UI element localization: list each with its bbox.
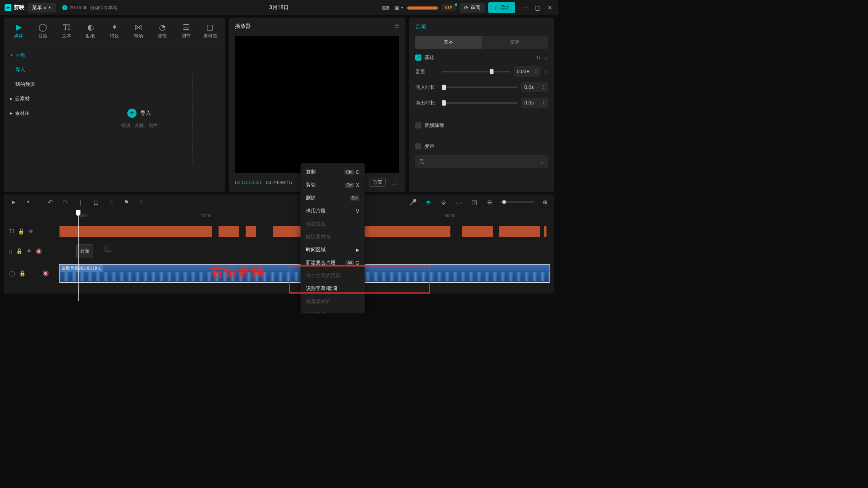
keyboard-icon[interactable]: ⌨ bbox=[380, 3, 391, 12]
close-button[interactable]: ✕ bbox=[546, 4, 553, 11]
player-menu-button[interactable]: ☰ bbox=[395, 23, 399, 30]
voicechange-select[interactable]: 无 ⌄ bbox=[415, 155, 548, 168]
fit-button[interactable]: 适应 bbox=[370, 178, 386, 187]
tab-media[interactable]: ▶媒体 bbox=[7, 21, 31, 41]
mute-icon[interactable]: 🔇 bbox=[42, 270, 49, 276]
delete-button[interactable]: ▯ bbox=[106, 197, 116, 207]
media-tabs: ▶媒体 ◯音频 TI文本 ◐贴纸 ✦特效 ⋈转场 ◔滤镜 ☰调节 ▢素材包 bbox=[4, 18, 225, 45]
eye-icon[interactable]: 👁 bbox=[26, 248, 32, 254]
redo-button[interactable]: ↷ bbox=[61, 197, 70, 207]
video-placeholder[interactable]: ▢ bbox=[104, 244, 112, 252]
magnet-button[interactable]: ⬘ bbox=[424, 197, 433, 207]
review-icon: ⟳ bbox=[464, 5, 468, 11]
lock-icon[interactable]: 🔓 bbox=[16, 248, 23, 254]
down-icon[interactable]: ▼ bbox=[542, 87, 545, 90]
autosave-status: ✓ 20:46:06 自动保存本地 bbox=[62, 5, 117, 11]
tab-text[interactable]: TI文本 bbox=[55, 21, 79, 41]
split-button[interactable]: ‖ bbox=[76, 197, 85, 207]
keyframe-icon[interactable]: ◇ bbox=[544, 55, 548, 61]
tab-effect[interactable]: ✦特效 bbox=[103, 21, 127, 41]
voicechange-checkbox[interactable] bbox=[415, 143, 421, 149]
playhead[interactable] bbox=[78, 210, 79, 301]
fadeout-value[interactable]: 0.0s ▲▼ bbox=[521, 98, 548, 108]
undo-button[interactable]: ↶ bbox=[45, 197, 55, 207]
menu-compound[interactable]: 新建复合片段AltG bbox=[301, 256, 365, 269]
mic-button[interactable]: 🎤 bbox=[408, 197, 418, 207]
sidebar-local[interactable]: ▼本地 bbox=[4, 48, 53, 63]
tab-pack[interactable]: ▢素材包 bbox=[198, 21, 222, 41]
chevron-right-icon: ▶ bbox=[10, 97, 13, 101]
audio-track-icon: ◯ bbox=[9, 270, 15, 276]
menu-time-region[interactable]: 时间区域▶ bbox=[301, 243, 365, 256]
tab-sticker[interactable]: ◐贴纸 bbox=[79, 21, 103, 41]
player-viewport[interactable] bbox=[235, 36, 399, 173]
volume-slider[interactable] bbox=[442, 71, 510, 72]
tab-adjust[interactable]: ☰调节 bbox=[174, 21, 198, 41]
tab-filter[interactable]: ◔滤镜 bbox=[150, 21, 174, 41]
export-button[interactable]: ⇧ 导出 bbox=[488, 2, 515, 13]
tab-transition[interactable]: ⋈转场 bbox=[126, 21, 150, 41]
denoise-checkbox[interactable] bbox=[415, 122, 421, 128]
cursor-tool[interactable]: ➤ bbox=[8, 197, 18, 207]
menu-group: 创建组合 bbox=[301, 217, 365, 230]
lock-icon[interactable]: 🔓 bbox=[19, 270, 26, 276]
menu-delete[interactable]: 删除Del bbox=[301, 191, 365, 204]
crop-button[interactable]: ◻ bbox=[91, 197, 100, 207]
tab-speed[interactable]: 变速 bbox=[482, 36, 548, 49]
minimize-button[interactable]: — bbox=[521, 4, 529, 11]
dot-icon: ● bbox=[43, 5, 47, 11]
sidebar-cloud[interactable]: ▶云素材 bbox=[4, 92, 53, 106]
review-button[interactable]: ⟳ 审阅 bbox=[460, 3, 485, 13]
preview-button[interactable]: ▭ bbox=[454, 197, 463, 207]
timeline: 0:00 | 10:00 | 30:00 TI 🔓 👁 ▯ 🔓 👁 bbox=[4, 210, 554, 294]
progress-indicator bbox=[407, 6, 438, 10]
timeline-toolbar: ➤ ▼ ↶ ↷ ‖ ◻ ▯ ⚑ ⚐ 🎤 ⬘ ⬙ ▭ ◫ ⊖ ⊕ bbox=[4, 194, 554, 210]
mute-icon[interactable]: 🔇 bbox=[35, 248, 42, 254]
effect-icon: ✦ bbox=[111, 23, 118, 31]
sidebar-presets[interactable]: 我的预设 bbox=[4, 77, 53, 92]
fadeout-slider[interactable] bbox=[442, 102, 518, 104]
volume-value[interactable]: 0.0dB ▲▼ bbox=[514, 66, 540, 77]
tab-basic[interactable]: 基本 bbox=[415, 36, 482, 49]
chevron-right-icon: ▶ bbox=[356, 248, 359, 252]
basic-checkbox[interactable]: ✓ bbox=[415, 55, 421, 61]
menu-cut[interactable]: 剪切CtrlX bbox=[301, 178, 365, 191]
sidebar-library[interactable]: ▶素材库 bbox=[4, 106, 53, 120]
import-dropzone[interactable]: + 导入 视频、音频、图片 bbox=[86, 71, 193, 166]
marker2-button[interactable]: ⚐ bbox=[137, 197, 146, 207]
dropdown-icon[interactable]: ▼ bbox=[24, 197, 33, 207]
reset-icon[interactable]: ↻ bbox=[536, 55, 540, 61]
menu-recognize[interactable]: 识别字幕/歌词 bbox=[301, 282, 365, 295]
fullscreen-button[interactable]: ⛶ bbox=[390, 178, 399, 187]
marker-button[interactable]: ⚑ bbox=[122, 197, 131, 207]
volume-label: 音量 bbox=[415, 68, 438, 75]
down-icon[interactable]: ▼ bbox=[535, 72, 537, 74]
fadein-value[interactable]: 0.0s ▲▼ bbox=[521, 82, 548, 92]
zoom-out-button[interactable]: ⊖ bbox=[485, 197, 494, 207]
zoom-in-button[interactable]: ⊕ bbox=[540, 197, 550, 207]
vip-badge[interactable]: VIP bbox=[441, 4, 457, 11]
inspector-tabs: 基本 变速 bbox=[415, 36, 548, 49]
cover-button[interactable]: 封面 bbox=[76, 244, 93, 258]
fadein-slider[interactable] bbox=[442, 87, 518, 88]
maximize-button[interactable]: ▢ bbox=[534, 4, 541, 11]
eye-icon[interactable]: 👁 bbox=[28, 228, 34, 234]
tab-audio[interactable]: ◯音频 bbox=[31, 21, 55, 41]
menu-button[interactable]: 菜单 ● ▼ bbox=[27, 3, 56, 13]
menu-audio-align: 视音频对齐 bbox=[301, 295, 365, 308]
link-button[interactable]: ⬙ bbox=[439, 197, 448, 207]
keyframe-icon[interactable]: ◇ bbox=[544, 69, 548, 74]
down-icon[interactable]: ▼ bbox=[542, 103, 545, 105]
menu-copy[interactable]: 复制CtrlC bbox=[301, 165, 365, 178]
lock-icon[interactable]: 🔓 bbox=[18, 228, 24, 234]
menu-disable[interactable]: 停用片段V bbox=[301, 204, 365, 217]
menu-save-preset: 保存为我的预设 bbox=[301, 269, 365, 282]
export-icon: ⇧ bbox=[493, 5, 498, 11]
text-icon: TI bbox=[63, 23, 70, 31]
sidebar-import[interactable]: 导入 bbox=[4, 63, 53, 77]
layout-button[interactable]: ▦ ▼ bbox=[394, 3, 404, 12]
zoom-slider[interactable] bbox=[500, 201, 534, 203]
notification-dot bbox=[455, 3, 457, 6]
logo-icon: ✂ bbox=[5, 4, 11, 11]
align-button[interactable]: ◫ bbox=[469, 197, 479, 207]
